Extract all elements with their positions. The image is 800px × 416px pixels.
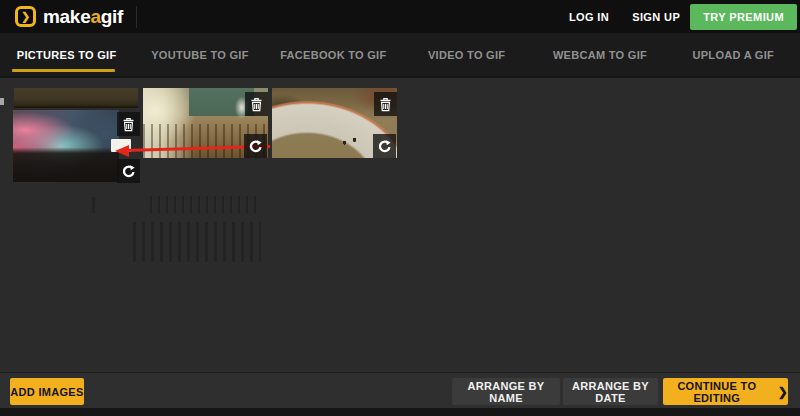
rotate-image-1-button[interactable] [117, 159, 140, 183]
makeagif-pictures-to-gif-page: ❯ makeagif LOG IN SIGN UP TRY PREMIUM PI… [0, 0, 800, 416]
header-divider [136, 6, 137, 28]
rotate-image-2-button[interactable] [244, 134, 267, 158]
try-premium-button[interactable]: TRY PREMIUM [690, 4, 797, 30]
continue-to-editing-button[interactable]: CONTINUE TO EDITING ❯ [663, 378, 788, 405]
active-tab-underline [12, 69, 115, 72]
arrange-by-name-button[interactable]: ARRANGE BY NAME [452, 378, 560, 405]
trash-icon [379, 97, 392, 112]
add-images-button[interactable]: ADD IMAGES [10, 378, 84, 405]
log-in-link[interactable]: LOG IN [569, 11, 609, 23]
tab-youtube-to-gif[interactable]: YOUTUBE TO GIF [133, 33, 266, 76]
tab-label: YOUTUBE TO GIF [151, 49, 249, 61]
image-thumbnail-1[interactable] [13, 110, 119, 182]
tab-label: UPLOAD A GIF [692, 49, 774, 61]
continue-label: CONTINUE TO EDITING [663, 380, 771, 404]
rotate-image-3-button[interactable] [373, 134, 396, 158]
faint-ghost-marks [133, 222, 261, 262]
delete-image-1-button[interactable] [117, 112, 140, 136]
tab-label: WEBCAM TO GIF [553, 49, 647, 61]
faint-ghost-marks [150, 196, 258, 214]
arrange-by-date-button[interactable]: ARRANGE BY DATE [563, 378, 658, 405]
tab-webcam-to-gif[interactable]: WEBCAM TO GIF [533, 33, 666, 76]
tab-video-to-gif[interactable]: VIDEO TO GIF [400, 33, 533, 76]
bottom-action-bar: ADD IMAGES ARRANGE BY NAME ARRANGE BY DA… [0, 372, 800, 408]
chevron-right-icon: ❯ [778, 386, 788, 398]
sign-up-link[interactable]: SIGN UP [632, 11, 680, 23]
faint-ghost-marks [92, 197, 95, 213]
converter-tabs: PICTURES TO GIF YOUTUBE TO GIF FACEBOOK … [0, 33, 800, 78]
logo-arrow-icon: ❯ [15, 6, 36, 27]
tab-label: PICTURES TO GIF [17, 49, 117, 61]
rotate-icon [248, 139, 263, 154]
tab-label: VIDEO TO GIF [428, 49, 505, 61]
rotate-icon [377, 139, 392, 154]
trash-icon [250, 97, 263, 112]
rotate-icon [121, 164, 136, 179]
top-header-bar: ❯ makeagif LOG IN SIGN UP TRY PREMIUM [0, 0, 800, 33]
logo-wordmark: makeagif [43, 6, 123, 28]
tab-pictures-to-gif[interactable]: PICTURES TO GIF [0, 33, 133, 76]
page-bottom-strip [0, 408, 800, 416]
delete-image-2-button[interactable] [245, 92, 268, 116]
drag-direction-arrowhead [115, 145, 129, 157]
tab-facebook-to-gif[interactable]: FACEBOOK TO GIF [267, 33, 400, 76]
tab-label: FACEBOOK TO GIF [280, 49, 386, 61]
delete-image-3-button[interactable] [374, 92, 397, 116]
drag-slot-placeholder [14, 88, 138, 108]
screen-edge-artifact [0, 98, 4, 105]
tab-upload-a-gif[interactable]: UPLOAD A GIF [667, 33, 800, 76]
trash-icon [122, 117, 135, 132]
makeagif-logo[interactable]: ❯ makeagif [15, 6, 123, 28]
